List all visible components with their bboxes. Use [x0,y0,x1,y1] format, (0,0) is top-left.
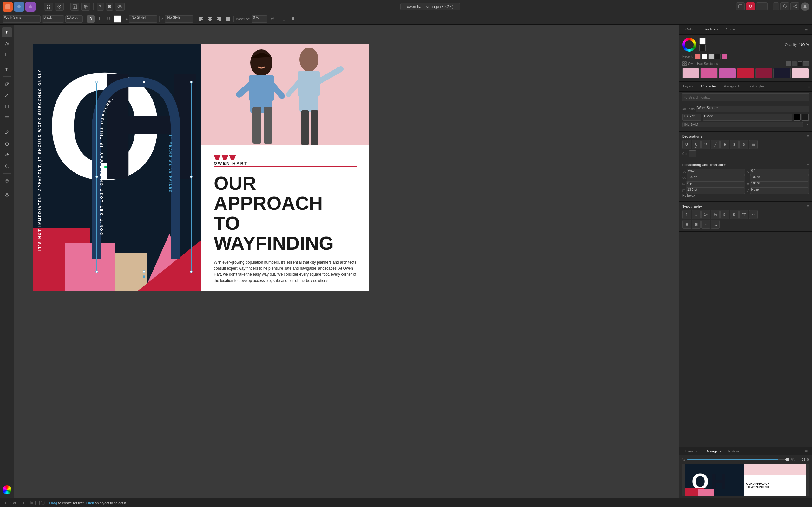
typo-small-caps[interactable]: TT [749,210,758,219]
tab-navigator[interactable]: Navigator [704,447,725,455]
swatch-cell-4[interactable] [737,68,754,78]
tool-eraser[interactable] [2,127,12,137]
color-mode-icon[interactable] [746,2,755,10]
tab-stroke[interactable]: Stroke [722,25,740,34]
tool-rectangle[interactable] [2,101,12,112]
handle-br[interactable] [190,270,193,273]
tab-text-styles[interactable]: Text Styles [744,82,768,91]
handle-rotate[interactable] [143,275,145,278]
toolbar-pen-icon[interactable]: ✎ [97,3,104,11]
tool-node[interactable] [2,39,12,49]
typo-sub[interactable]: S- [730,210,739,219]
tool-select[interactable] [2,27,12,38]
skew-input[interactable]: None [750,187,809,194]
scale-h-input[interactable]: 100 % [687,175,745,181]
align-right-button[interactable] [215,15,223,23]
recent-swatch-4[interactable] [715,54,721,59]
color-wheel-bottom[interactable] [3,484,11,496]
app-icon-1[interactable] [3,2,13,12]
typo-icon3[interactable]: ≈ [701,220,710,229]
zoom-out-icon[interactable] [681,458,686,461]
typo-italic-a[interactable]: a [692,210,701,219]
char-search-input[interactable] [688,95,807,99]
deco-strikethrough-dot[interactable]: S [730,140,739,149]
deco-slash[interactable]: ╱ [711,140,720,149]
typo-superscript[interactable]: S+ [720,210,729,219]
swatch-cell-6[interactable] [773,68,791,78]
deco-underline-wavy[interactable]: U [692,140,701,149]
scale-v-input[interactable]: 100 % [750,175,809,181]
handle-bl[interactable] [96,270,98,273]
text-color-swatch[interactable] [113,15,121,23]
swatch-cell-5[interactable] [755,68,772,78]
baseline-select[interactable]: 0 % [252,15,267,23]
white-swatch[interactable] [699,38,706,44]
tool-paint[interactable] [2,138,12,149]
align-justify-button[interactable] [224,15,232,23]
tab-paragraph[interactable]: Paragraph [720,82,744,91]
toolbar-view-icon[interactable] [70,3,79,11]
user-icon[interactable] [801,2,809,11]
tool-envelope[interactable] [2,113,12,123]
recent-swatch-5[interactable] [722,54,727,59]
align-left-button[interactable] [197,15,205,23]
fi-ligature-button[interactable]: fi [289,15,297,23]
font-family-dropdown[interactable]: Work Sans ▼ [696,106,809,112]
typo-frac[interactable]: ½ [711,210,720,219]
char-style-tag[interactable]: [No Style] [682,122,803,127]
tool-crop[interactable] [2,50,12,60]
para-style-select[interactable]: [No Style] [165,15,193,23]
bottom-panel-options[interactable]: ≡ [803,447,809,455]
status-nav-prev[interactable] [4,501,8,505]
align-center-button[interactable] [206,15,214,23]
wayfinding-link[interactable]: Owen Hart on Wayfinding Systems [214,290,357,291]
undo-icon[interactable] [780,2,789,10]
tool-zoom[interactable] [2,161,12,171]
handle-tr[interactable] [190,81,193,83]
char-color-swatch[interactable] [794,114,801,121]
status-circle-icon[interactable] [41,501,45,505]
grid-view-icon[interactable]: ⋮⋮ [756,2,768,10]
app-icon-2[interactable] [14,2,24,12]
app-icon-3[interactable] [26,2,36,12]
tool-pen[interactable] [2,78,12,89]
font-size-select[interactable]: 13.5 pt [65,15,83,23]
export-icon[interactable]: ↑ [773,2,779,10]
swatch-size-sm[interactable] [798,61,803,66]
reset-baseline-button[interactable]: ↺ [269,15,276,23]
resize-icon-button[interactable]: ⊡ [281,15,288,23]
recent-swatch-2[interactable] [702,54,707,59]
deco-strikethrough-wave[interactable]: S [740,140,748,149]
toolbar-nav-icon[interactable] [44,3,53,11]
canvas-area[interactable]: O H IT'S NOT IMMEDIATELY APPARENT, IT SH… [14,25,679,498]
decorations-header[interactable]: Decorations ▾ [682,134,809,138]
size-auto-input[interactable]: 13.5 pt [686,187,745,194]
char-panel-options[interactable]: ≡ [806,82,812,91]
handle-bm[interactable] [143,270,145,273]
tab-transform[interactable]: Transform [681,447,704,455]
font-weight-dropdown[interactable]: Black [703,114,792,121]
handle-ml[interactable] [96,176,98,178]
swatch-size-lg[interactable] [803,61,809,66]
colour-wheel-container[interactable] [682,38,696,52]
share-icon[interactable] [791,2,799,10]
tab-swatches[interactable]: Swatches [699,25,722,34]
mode-icon[interactable] [736,2,745,10]
tool-mic[interactable] [2,190,12,200]
tool-eyedropper[interactable] [2,150,12,160]
typo-more[interactable]: … [711,220,720,229]
tab-character[interactable]: Character [697,82,720,91]
typo-fi[interactable]: fi [682,210,691,219]
baseline-input[interactable]: 100 % [750,181,809,187]
tool-hand[interactable] [2,176,12,186]
status-nav-next[interactable] [21,501,26,505]
deco-underline-solid[interactable]: U [682,140,691,149]
panel-options-btn[interactable]: ≡ [803,25,809,34]
deco-underline-double[interactable]: U [701,140,710,149]
swatch-cell-3[interactable] [719,68,736,78]
toolbar-align-icon[interactable]: ⊞ [106,3,113,11]
tool-brush[interactable] [2,90,12,100]
typo-icon2[interactable]: ⊡ [692,220,701,229]
deco-strikethrough[interactable]: S [720,140,729,149]
handle-mr[interactable] [190,176,193,178]
